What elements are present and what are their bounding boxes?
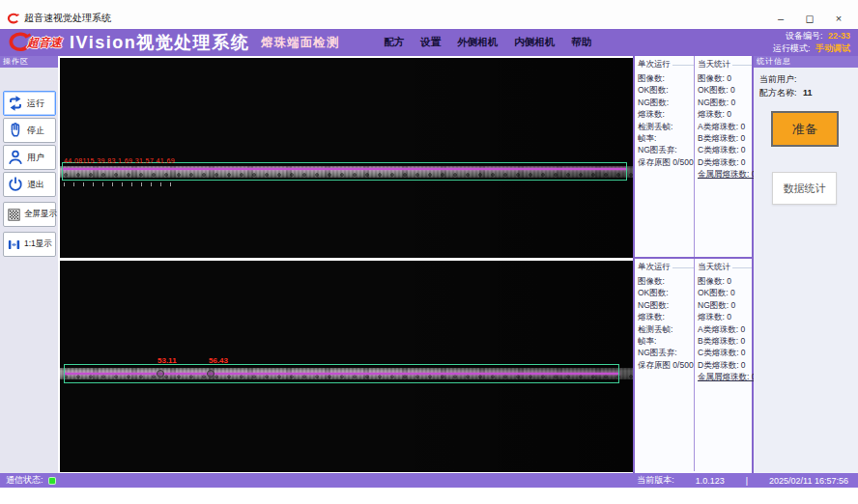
one-to-one-icon (7, 238, 21, 252)
user-button[interactable]: 用户 (3, 145, 56, 170)
single-run-rows: 图像数:OK图数:NG图数:熔珠数:检测丢帧:帧率:NG图丢弃:保存原图 0/5… (638, 72, 694, 168)
stat-row: OK图数: 0 (698, 84, 752, 96)
stat-row: D类熔珠数: 0 (698, 359, 752, 371)
stat-row: NG图数: (638, 299, 694, 311)
stat-row: NG图数: (638, 97, 694, 108)
stat-row: 保存原图 0/500 (638, 156, 694, 168)
datetime-value: 2025/02/11 16:57:56 (769, 476, 848, 486)
fullscreen-button[interactable]: 全屏显示 (3, 202, 56, 227)
power-icon (7, 176, 24, 193)
stat-row: OK图数: (638, 84, 694, 96)
status-bar: 通信状态: 当前版本: 1.0.123 | 2025/02/11 16:57:5… (0, 473, 858, 488)
today-stats-title: 当天统计 (698, 262, 752, 273)
one-to-one-button[interactable]: 1:1显示 (3, 232, 56, 257)
menu-item[interactable]: 帮助 (571, 36, 591, 49)
measurement-label: 56.43 (209, 356, 228, 365)
app-subtitle: 熔珠端面检测 (261, 35, 339, 51)
stats-group-bottom: 单次运行 图像数:OK图数:NG图数:熔珠数:检测丢帧:帧率:NG图丢弃:保存原… (635, 259, 752, 471)
today-stats-panel: 当天统计 图像数: 0OK图数: 0NG图数: 0熔珠数: 0A类熔珠数: 0B… (695, 259, 752, 471)
menu-item[interactable]: 配方 (384, 36, 404, 49)
device-number-value: 22-33 (828, 31, 850, 41)
run-button-label: 运行 (27, 98, 44, 110)
today-stats-title: 当天统计 (698, 59, 752, 70)
stat-row: NG图丢弃: (638, 144, 694, 155)
stat-row: A类熔珠数: 0 (698, 323, 752, 335)
run-button[interactable]: 运行 (3, 91, 56, 116)
menu-bar: 配方 设置 外侧相机 内侧相机 帮助 (384, 36, 591, 49)
stat-row: B类熔珠数: 0 (698, 335, 752, 347)
stat-row: 帧率: (638, 335, 694, 347)
device-info: 设备编号: 22-33 运行模式: 手动调试 (773, 30, 858, 55)
stat-row: 图像数: 0 (698, 275, 752, 287)
data-statistics-button[interactable]: 数据统计 (772, 172, 837, 205)
measurement-annotation: 44.08115 39.83 1.69 31.57 41.69 (64, 157, 175, 164)
stat-row: D类熔珠数: 0 (698, 156, 752, 168)
stat-row: C类熔珠数: 0 (698, 144, 752, 155)
inner-camera-view: 53.11 56.43 (60, 261, 633, 472)
defect-marker (157, 370, 164, 378)
info-panel: 统计信息 当前用户: 配方名称: 11 准备 数据统计 (754, 56, 858, 473)
app-header: 超音速 IVision视觉处理系统 熔珠端面检测 配方 设置 外侧相机 内侧相机… (0, 29, 858, 56)
defect-marker (207, 370, 214, 378)
today-stats-panel: 当天统计 图像数: 0OK图数: 0NG图数: 0熔珠数: 0A类熔珠数: 0B… (695, 56, 752, 257)
app-window: 超音速视觉处理系统 – ◻ × 超音速 IVision视觉处理系统 熔珠端面检测… (0, 0, 858, 504)
stat-row: C类熔珠数: 0 (698, 347, 752, 358)
today-stats-rows: 图像数: 0OK图数: 0NG图数: 0熔珠数: 0A类熔珠数: 0B类熔珠数:… (698, 72, 752, 181)
maximize-icon[interactable]: ◻ (800, 13, 819, 25)
menu-item[interactable]: 设置 (420, 36, 441, 49)
exit-button[interactable]: 退出 (3, 172, 56, 197)
outer-camera-view: 44.08115 39.83 1.69 31.57 41.69 (60, 58, 633, 258)
measurement-label: 53.11 (157, 356, 177, 365)
stop-button[interactable]: 停止 (3, 118, 56, 143)
brand-name: 超音速 (27, 35, 62, 51)
detection-roi-box (62, 162, 627, 181)
stat-row: 帧率: (638, 132, 694, 144)
close-icon[interactable]: × (829, 13, 848, 24)
single-run-panel: 单次运行 图像数:OK图数:NG图数:熔珠数:检测丢帧:帧率:NG图丢弃:保存原… (635, 56, 695, 257)
minimize-icon[interactable]: – (771, 13, 790, 24)
run-mode-row: 运行模式: 手动调试 (773, 42, 850, 55)
version-label: 当前版本: (637, 474, 674, 487)
exit-button-label: 退出 (27, 179, 44, 191)
device-number-row: 设备编号: 22-33 (773, 30, 850, 42)
stat-row: NG图数: 0 (698, 97, 752, 108)
menu-item[interactable]: 外侧相机 (457, 36, 498, 49)
single-run-title: 单次运行 (638, 262, 694, 273)
user-icon (7, 149, 24, 166)
detection-roi-box (64, 364, 619, 383)
stat-row: 熔珠数: (638, 311, 694, 322)
stat-row: NG图丢弃: (638, 347, 694, 358)
comm-status-label: 通信状态: (6, 474, 43, 487)
stat-row: 图像数: 0 (698, 72, 752, 84)
status-separator: | (746, 476, 748, 486)
stats-group-top: 单次运行 图像数:OK图数:NG图数:熔珠数:检测丢帧:帧率:NG图丢弃:保存原… (635, 56, 752, 259)
stat-row: 保存原图 0/500 (638, 359, 694, 371)
fullscreen-button-label: 全屏显示 (24, 209, 57, 220)
recipe-name-row: 配方名称: 11 (759, 86, 858, 99)
stat-row: 熔珠数: 0 (698, 311, 752, 322)
statistics-columns: 单次运行 图像数:OK图数:NG图数:熔珠数:检测丢帧:帧率:NG图丢弃:保存原… (633, 56, 754, 473)
app-title: IVision视觉处理系统 (70, 31, 249, 54)
single-run-panel: 单次运行 图像数:OK图数:NG图数:熔珠数:检测丢帧:帧率:NG图丢弃:保存原… (635, 259, 695, 471)
menu-item[interactable]: 内侧相机 (514, 36, 555, 49)
fullscreen-dither-icon (7, 208, 21, 222)
stat-row: 金属屑熔珠数: 0 (698, 168, 752, 180)
current-user-row: 当前用户: (759, 72, 858, 86)
single-run-title: 单次运行 (638, 59, 694, 70)
stat-row: A类熔珠数: 0 (698, 121, 752, 132)
title-bar: 超音速视觉处理系统 – ◻ × (0, 0, 858, 29)
stat-row: 检测丢帧: (638, 323, 694, 335)
version-value: 1.0.123 (696, 476, 725, 486)
ruler-ticks (64, 182, 180, 186)
brand-logo: 超音速 (6, 32, 62, 53)
prepare-button[interactable]: 准备 (771, 111, 839, 147)
run-mode-value: 手动调试 (815, 43, 850, 53)
app-logo-icon (6, 13, 19, 25)
operation-sidebar: 操作区 运行 停止 (0, 56, 58, 473)
recipe-name-label: 配方名称: (759, 88, 797, 98)
stat-row: B类熔珠数: 0 (698, 132, 752, 144)
stat-row: 检测丢帧: (638, 121, 694, 132)
single-run-rows: 图像数:OK图数:NG图数:熔珠数:检测丢帧:帧率:NG图丢弃:保存原图 0/5… (638, 275, 694, 371)
stat-row: 金属屑熔珠数: 0 (698, 371, 752, 382)
run-cycle-icon (7, 95, 24, 112)
